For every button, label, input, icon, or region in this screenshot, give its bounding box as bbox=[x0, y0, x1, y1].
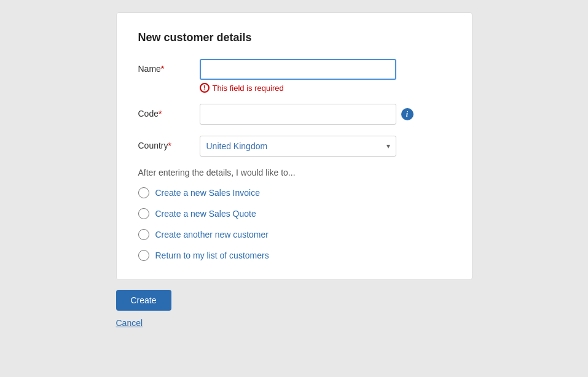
after-text: After entering the details, I would like… bbox=[138, 168, 450, 177]
radio-row-3: Create another new customer bbox=[138, 229, 450, 240]
radio-label-create-invoice[interactable]: Create a new Sales Invoice bbox=[155, 188, 260, 198]
code-info-icon[interactable]: i bbox=[401, 108, 414, 120]
radio-create-another-customer[interactable] bbox=[138, 229, 149, 240]
radio-row-1: Create a new Sales Invoice bbox=[138, 187, 450, 198]
country-control-wrapper: United Kingdom United States Canada Aust… bbox=[200, 136, 450, 157]
customer-details-card: New customer details Name* ! This field … bbox=[116, 12, 472, 280]
code-field-row: Code* i bbox=[138, 104, 450, 125]
name-label: Name* bbox=[138, 59, 200, 74]
code-input-group: i bbox=[200, 104, 450, 125]
name-error-message: ! This field is required bbox=[200, 83, 450, 93]
radio-label-create-quote[interactable]: Create a new Sales Quote bbox=[155, 209, 256, 219]
name-control-wrapper: ! This field is required bbox=[200, 59, 450, 93]
create-button[interactable]: Create bbox=[116, 290, 171, 311]
code-label: Code* bbox=[138, 104, 200, 119]
error-text: This field is required bbox=[213, 84, 284, 93]
actions-wrapper: Create Cancel bbox=[116, 290, 472, 328]
country-field-row: Country* United Kingdom United States Ca… bbox=[138, 136, 450, 157]
country-select-wrapper: United Kingdom United States Canada Aust… bbox=[200, 136, 396, 157]
radio-group: Create a new Sales Invoice Create a new … bbox=[138, 187, 450, 261]
code-control-wrapper: i bbox=[200, 104, 450, 125]
page-wrapper: New customer details Name* ! This field … bbox=[12, 12, 576, 328]
name-field-row: Name* ! This field is required bbox=[138, 59, 450, 93]
radio-label-return-to-list[interactable]: Return to my list of customers bbox=[155, 251, 269, 260]
country-select[interactable]: United Kingdom United States Canada Aust… bbox=[200, 136, 396, 157]
code-input[interactable] bbox=[200, 104, 396, 125]
radio-return-to-list[interactable] bbox=[138, 250, 149, 261]
country-label: Country* bbox=[138, 136, 200, 150]
cancel-link[interactable]: Cancel bbox=[116, 318, 472, 328]
name-input[interactable] bbox=[200, 59, 396, 80]
radio-create-invoice[interactable] bbox=[138, 187, 149, 198]
radio-row-2: Create a new Sales Quote bbox=[138, 208, 450, 219]
radio-label-create-another-customer[interactable]: Create another new customer bbox=[155, 230, 269, 239]
radio-row-4: Return to my list of customers bbox=[138, 250, 450, 261]
card-title: New customer details bbox=[138, 31, 450, 44]
radio-create-quote[interactable] bbox=[138, 208, 149, 219]
error-icon: ! bbox=[200, 83, 210, 93]
